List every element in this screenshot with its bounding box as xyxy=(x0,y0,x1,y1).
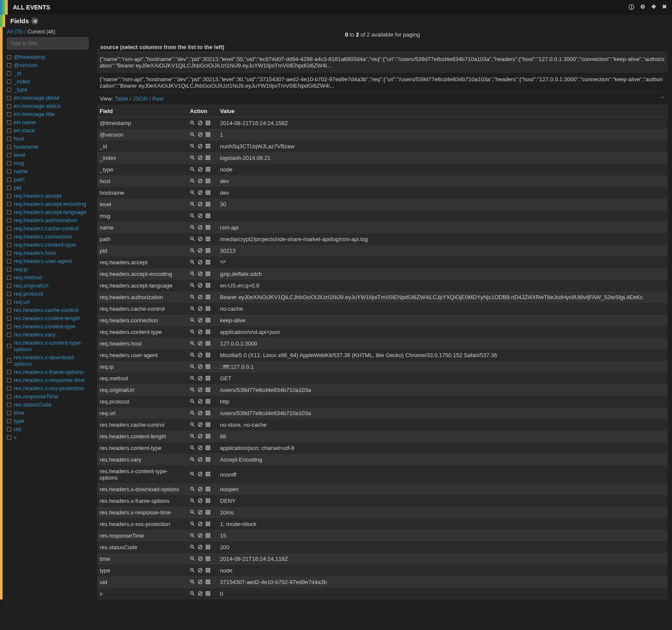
grid-icon[interactable] xyxy=(205,318,211,324)
field-checkbox[interactable] xyxy=(7,80,11,84)
field-checkbox[interactable] xyxy=(7,177,11,182)
field-checkbox[interactable] xyxy=(7,300,11,304)
field-item[interactable]: req.protocol xyxy=(7,290,89,298)
ban-icon[interactable] xyxy=(198,352,203,358)
search-icon[interactable] xyxy=(190,471,195,477)
field-item[interactable]: @timestamp xyxy=(7,53,89,61)
grid-icon[interactable] xyxy=(205,498,211,504)
search-icon[interactable] xyxy=(190,422,195,428)
grid-icon[interactable] xyxy=(205,213,211,219)
move-icon[interactable]: ✥ xyxy=(651,3,656,11)
field-item[interactable]: req.method xyxy=(7,273,89,281)
grid-icon[interactable] xyxy=(205,457,211,463)
search-icon[interactable] xyxy=(190,498,195,504)
ban-icon[interactable] xyxy=(198,132,203,138)
search-icon[interactable] xyxy=(190,190,195,196)
search-icon[interactable] xyxy=(190,283,195,289)
field-item[interactable]: _index xyxy=(7,77,89,86)
ban-icon[interactable] xyxy=(198,457,203,463)
field-checkbox[interactable] xyxy=(7,88,11,92)
field-checkbox[interactable] xyxy=(7,243,11,247)
field-item[interactable]: res.statusCode xyxy=(7,401,89,409)
field-item[interactable]: res.headers.x-download-options xyxy=(7,353,89,368)
field-checkbox[interactable] xyxy=(7,378,11,382)
field-item[interactable]: err.stack xyxy=(7,126,89,135)
ban-icon[interactable] xyxy=(198,306,203,312)
grid-icon[interactable] xyxy=(205,579,211,585)
field-item[interactable]: req.ip xyxy=(7,265,89,273)
field-item[interactable]: req.headers.accept-language xyxy=(7,208,89,216)
grid-icon[interactable] xyxy=(205,434,211,440)
field-checkbox[interactable] xyxy=(7,71,11,76)
ban-icon[interactable] xyxy=(198,544,203,550)
field-checkbox[interactable] xyxy=(7,145,11,149)
ban-icon[interactable] xyxy=(198,568,203,574)
field-item[interactable]: req.headers.user-agent xyxy=(7,257,89,265)
ban-icon[interactable] xyxy=(198,318,203,324)
grid-icon[interactable] xyxy=(205,271,211,277)
ban-icon[interactable] xyxy=(198,120,203,126)
search-icon[interactable] xyxy=(190,132,195,138)
grid-icon[interactable] xyxy=(205,190,211,196)
field-item[interactable]: err.message.status xyxy=(7,102,89,110)
view-raw[interactable]: Raw xyxy=(152,95,163,102)
ban-icon[interactable] xyxy=(198,387,203,393)
field-checkbox[interactable] xyxy=(7,333,11,337)
search-icon[interactable] xyxy=(190,364,195,370)
field-checkbox[interactable] xyxy=(7,251,11,255)
ban-icon[interactable] xyxy=(198,271,203,277)
grid-icon[interactable] xyxy=(205,471,211,477)
field-item[interactable]: req.headers.accept-encoding xyxy=(7,200,89,208)
field-item[interactable]: host xyxy=(7,135,89,143)
source-row[interactable]: {"name":"rsm-api","hostname":"dev","pid"… xyxy=(97,73,668,93)
field-checkbox[interactable] xyxy=(7,153,11,157)
field-checkbox[interactable] xyxy=(7,395,11,399)
grid-icon[interactable] xyxy=(205,352,211,358)
search-icon[interactable] xyxy=(190,202,195,208)
field-item[interactable]: res.headers.x-xss-protection xyxy=(7,384,89,392)
grid-icon[interactable] xyxy=(205,132,211,138)
field-checkbox[interactable] xyxy=(7,292,11,296)
grid-icon[interactable] xyxy=(205,510,211,516)
grid-icon[interactable] xyxy=(205,167,211,173)
grid-icon[interactable] xyxy=(205,521,211,527)
ban-icon[interactable] xyxy=(198,471,203,477)
search-icon[interactable] xyxy=(190,144,195,150)
field-item[interactable]: type xyxy=(7,417,89,425)
search-icon[interactable] xyxy=(190,155,195,161)
grid-icon[interactable] xyxy=(205,341,211,347)
field-checkbox[interactable] xyxy=(7,210,11,214)
search-icon[interactable] xyxy=(190,434,195,440)
search-icon[interactable] xyxy=(190,178,195,184)
grid-icon[interactable] xyxy=(205,556,211,562)
field-item[interactable]: res.headers.x-response-time xyxy=(7,376,89,384)
field-checkbox[interactable] xyxy=(7,161,11,165)
view-json[interactable]: JSON xyxy=(133,95,148,102)
field-checkbox[interactable] xyxy=(7,104,11,108)
grid-icon[interactable] xyxy=(205,248,211,254)
search-icon[interactable] xyxy=(190,556,195,562)
search-icon[interactable] xyxy=(190,510,195,516)
grid-icon[interactable] xyxy=(205,202,211,208)
grid-icon[interactable] xyxy=(205,544,211,550)
field-checkbox[interactable] xyxy=(7,386,11,391)
field-item[interactable]: _type xyxy=(7,86,89,94)
ban-icon[interactable] xyxy=(198,376,203,382)
search-icon[interactable] xyxy=(190,591,195,597)
ban-icon[interactable] xyxy=(198,422,203,428)
grid-icon[interactable] xyxy=(205,486,211,492)
ban-icon[interactable] xyxy=(198,364,203,370)
field-checkbox[interactable] xyxy=(7,226,11,231)
field-checkbox[interactable] xyxy=(7,344,11,348)
search-icon[interactable] xyxy=(190,521,195,527)
ban-icon[interactable] xyxy=(198,399,203,405)
field-checkbox[interactable] xyxy=(7,419,11,423)
search-icon[interactable] xyxy=(190,318,195,324)
field-item[interactable]: res.headers.cache-control xyxy=(7,306,89,314)
ban-icon[interactable] xyxy=(198,410,203,416)
field-checkbox[interactable] xyxy=(7,137,11,141)
field-item[interactable]: time xyxy=(7,409,89,417)
search-icon[interactable] xyxy=(190,236,195,242)
field-item[interactable]: res.headers.x-frame-options xyxy=(7,368,89,376)
ban-icon[interactable] xyxy=(198,248,203,254)
